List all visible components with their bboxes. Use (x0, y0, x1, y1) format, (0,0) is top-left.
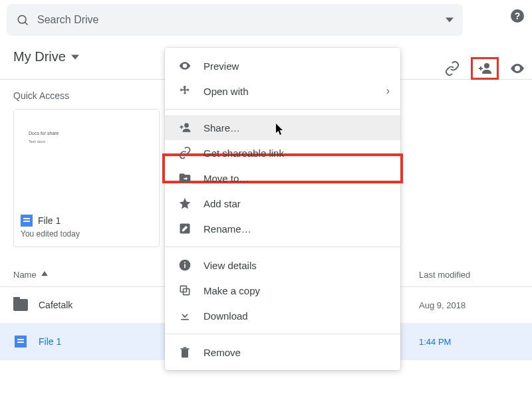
docs-icon (13, 334, 28, 349)
menu-share[interactable]: Share… (165, 115, 400, 140)
svg-text:?: ? (515, 11, 521, 21)
preview-toolbar-icon[interactable] (509, 60, 525, 76)
col-modified[interactable]: Last modified (419, 270, 519, 280)
sort-asc-icon[interactable] (41, 271, 49, 279)
chevron-right-icon: › (386, 85, 390, 97)
menu-open-with[interactable]: Open with › (165, 78, 400, 104)
qa-subtitle: You edited today (14, 228, 159, 247)
search-bar[interactable]: Search Drive (7, 4, 463, 36)
quick-access-card[interactable]: Docs for share Test docs File 1 You edit… (13, 109, 160, 247)
breadcrumb[interactable]: My Drive (13, 49, 79, 64)
svg-point-7 (184, 123, 189, 128)
link-icon (178, 146, 192, 159)
row-name: File 1 (39, 336, 61, 347)
context-menu: Preview Open with › Share… Get shareable… (165, 48, 400, 370)
svg-rect-11 (184, 262, 186, 263)
svg-point-5 (516, 67, 519, 70)
svg-rect-10 (184, 264, 186, 268)
menu-rename[interactable]: Rename… (165, 216, 400, 241)
pencil-icon (178, 222, 192, 235)
folder-move-icon (178, 171, 192, 185)
svg-line-1 (25, 23, 28, 25)
menu-remove[interactable]: Remove (165, 340, 400, 365)
qa-thumbnail: Docs for share Test docs (14, 110, 159, 209)
trash-icon (178, 346, 192, 359)
menu-download[interactable]: Download (165, 303, 400, 328)
menu-add-star[interactable]: Add star (165, 191, 400, 216)
menu-get-link[interactable]: Get shareable link (165, 140, 400, 165)
help-icon[interactable]: ? (509, 8, 525, 24)
menu-move-to[interactable]: Move to… (165, 165, 400, 191)
info-icon (178, 258, 192, 272)
svg-point-0 (18, 15, 26, 23)
search-placeholder: Search Drive (37, 14, 446, 26)
move-arrows-icon (178, 84, 192, 98)
qa-title: File 1 (38, 215, 61, 226)
folder-icon (13, 298, 28, 312)
row-modified: 1:44 PM (419, 337, 519, 347)
row-modified: Aug 9, 2018 (419, 300, 519, 310)
download-icon (178, 309, 192, 322)
col-name[interactable]: Name (13, 270, 37, 280)
copy-icon (178, 284, 192, 297)
eye-icon (178, 59, 192, 72)
menu-view-details[interactable]: View details (165, 252, 400, 278)
get-link-icon[interactable] (444, 60, 460, 76)
add-person-icon[interactable] (477, 60, 493, 76)
docs-icon (21, 215, 33, 227)
star-icon (178, 197, 192, 210)
row-name: Cafetalk (39, 300, 72, 310)
menu-preview[interactable]: Preview (165, 53, 400, 78)
add-person-icon (178, 121, 192, 134)
svg-point-4 (484, 63, 489, 68)
chevron-down-icon (71, 53, 79, 61)
breadcrumb-label: My Drive (13, 49, 66, 64)
svg-point-6 (184, 64, 186, 66)
menu-make-copy[interactable]: Make a copy (165, 278, 400, 303)
search-options-icon[interactable] (446, 16, 454, 24)
search-icon (16, 13, 29, 27)
share-toolbar-highlight (471, 57, 499, 80)
svg-rect-14 (181, 319, 189, 320)
